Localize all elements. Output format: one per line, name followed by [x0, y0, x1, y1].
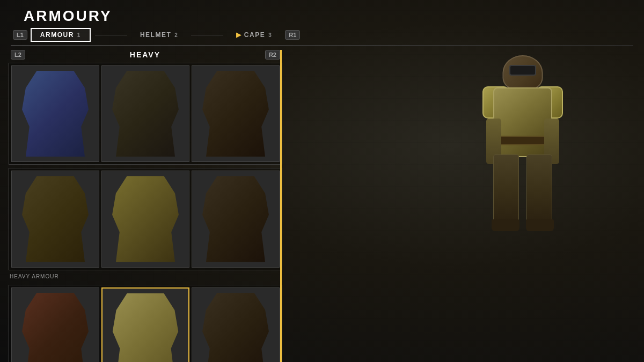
char-goggles — [509, 65, 536, 76]
tab-armour-number: 1 — [77, 32, 81, 38]
heavy-grid — [11, 287, 280, 362]
tab-divider-2 — [191, 35, 223, 35]
cell-5-armor — [108, 176, 182, 262]
tab-helmet-number: 2 — [174, 32, 178, 38]
grid-header: L2 HEAVY R2 — [9, 50, 282, 60]
armour-cell-1[interactable] — [11, 65, 99, 162]
category-label: HEAVY — [130, 50, 160, 59]
cell-2-armor — [108, 71, 182, 157]
tab-cape[interactable]: ▶ CAPE 3 — [228, 29, 281, 41]
left-panel: L2 HEAVY R2 — [9, 50, 282, 362]
char-leg-right — [526, 154, 552, 224]
main-content: L2 HEAVY R2 — [0, 46, 644, 362]
character-preview — [410, 45, 635, 302]
cell-1-armor — [18, 71, 92, 157]
armour-cell-2[interactable] — [101, 65, 189, 162]
character-figure — [442, 50, 603, 297]
tab-helmet-label: HELMET — [140, 31, 171, 39]
header: ARMOURY L1 ARMOUR 1 HELMET 2 ▶ CAPE 3 R1 — [0, 0, 644, 46]
vertical-accent — [280, 50, 282, 362]
armour-cell-4[interactable] — [11, 171, 99, 267]
tab-helmet[interactable]: HELMET 2 — [131, 29, 187, 41]
section-label: HEAVY ARMOUR — [9, 274, 282, 279]
middle-grid-section — [9, 168, 282, 270]
tab-bar: L1 ARMOUR 1 HELMET 2 ▶ CAPE 3 R1 — [13, 28, 633, 42]
r2-button[interactable]: R2 — [265, 50, 280, 60]
tab-cape-label: CAPE — [244, 31, 265, 39]
cell-8-armor — [109, 293, 182, 362]
l2-button[interactable]: L2 — [11, 50, 25, 60]
armour-cell-3[interactable] — [192, 65, 280, 162]
tab-divider-1 — [95, 35, 127, 35]
cell-7-armor — [18, 293, 92, 362]
armour-cell-9[interactable] — [192, 287, 280, 362]
tab-armour-label: ARMOUR — [40, 31, 74, 39]
cape-indicator: ▶ — [236, 31, 242, 39]
char-belt — [494, 136, 551, 145]
char-boot-left — [492, 219, 519, 231]
page-title: ARMOURY — [24, 8, 633, 25]
cell-6-armor — [199, 176, 273, 262]
char-torso — [493, 87, 552, 157]
tab-cape-number: 3 — [268, 32, 272, 38]
top-grid — [11, 65, 280, 162]
heavy-grid-section — [9, 285, 282, 362]
l1-button[interactable]: L1 — [13, 30, 27, 40]
cell-4-armor — [18, 176, 92, 262]
cell-3-armor — [199, 71, 273, 157]
armour-cell-7[interactable] — [11, 287, 99, 362]
top-grid-section — [9, 63, 282, 165]
middle-grid — [11, 171, 280, 267]
char-boot-right — [526, 219, 554, 231]
r1-button[interactable]: R1 — [285, 30, 300, 40]
armour-cell-6[interactable] — [192, 171, 280, 267]
char-leg-left — [493, 154, 519, 224]
armour-cell-8-selected[interactable] — [101, 287, 189, 362]
cell-9-armor — [199, 293, 273, 362]
armour-cell-5[interactable] — [101, 171, 189, 267]
tab-armour[interactable]: ARMOUR 1 — [31, 28, 91, 42]
right-panel: ARMOUR B-27 FORTIFIED COMMANDO This armo… — [282, 50, 635, 362]
